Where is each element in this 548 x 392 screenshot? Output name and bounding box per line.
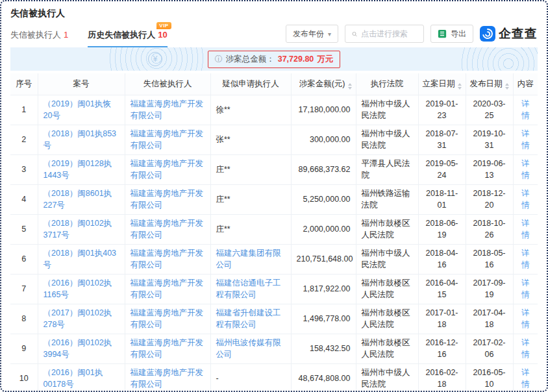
case-no-link[interactable]: （2016）闽0102执1165号	[44, 278, 112, 299]
cell-detail: 详情	[513, 214, 538, 244]
case-no-link[interactable]: （2016）闽01执00178号	[44, 368, 103, 389]
column-header-7[interactable]: 发布日期	[466, 73, 513, 95]
case-no-link[interactable]: （2018）闽01执403号	[44, 249, 117, 269]
column-header-2: 失信被执行人	[125, 73, 210, 95]
column-header-6[interactable]: 立案日期	[418, 73, 466, 95]
tab-count: 10	[158, 30, 167, 40]
column-header-label: 失信被执行人	[143, 79, 192, 88]
table-body: 1（2019）闽01执恢20号福建蓝海房地产开发有限公司徐**17,180,00…	[10, 95, 538, 392]
vip-badge: VIP	[156, 22, 171, 29]
detail-link[interactable]: 详情	[521, 368, 530, 389]
cell-amount: 210,751,648.00	[291, 244, 356, 274]
cell-court: 福州铁路运输法院	[356, 184, 418, 214]
column-header-label: 执行法院	[371, 79, 403, 88]
cell-court: 福州市中级人民法院	[356, 244, 418, 274]
applicant-link[interactable]: 福州电波传媒有限公司	[216, 338, 281, 359]
cell-filing-date: 2018-06-19	[418, 214, 466, 244]
detail-link[interactable]: 详情	[521, 308, 530, 329]
header-row: 序号案号失信被执行人疑似申请执行人涉案金额(元)执行法院立案日期发布日期内容	[10, 73, 538, 95]
detail-link[interactable]: 详情	[521, 278, 530, 299]
cell-debtor: 福建蓝海房地产开发有限公司	[125, 274, 210, 304]
cell-publish-date: 2018-12-20	[466, 184, 513, 214]
cell-debtor: 福建蓝海房地产开发有限公司	[125, 125, 210, 154]
debtor-link[interactable]: 福建蓝海房地产开发有限公司	[131, 159, 204, 180]
cell-debtor: 福建蓝海房地产开发有限公司	[125, 154, 210, 184]
cell-amount: 48,674,808.00	[291, 363, 356, 392]
cell-seq: 3	[10, 154, 38, 184]
cell-debtor: 福建蓝海房地产开发有限公司	[125, 334, 210, 363]
cell-amount: 89,668,373.62	[291, 154, 356, 184]
cell-debtor: 福建蓝海房地产开发有限公司	[125, 95, 210, 125]
tabs-row: 失信被执行人1 VIP 历史失信被执行人10 发布年份 ▾ 导出 企查查	[10, 25, 538, 47]
search-input[interactable]	[361, 29, 417, 38]
cell-seq: 2	[10, 125, 38, 154]
search-box[interactable]	[345, 25, 424, 43]
chevron-down-icon: ▾	[328, 31, 331, 38]
export-button[interactable]: 导出	[430, 25, 473, 43]
detail-link[interactable]: 详情	[521, 189, 530, 210]
case-no-link[interactable]: （2018）闽0102执3717号	[44, 219, 112, 239]
cell-publish-date: 2019-06-13	[466, 154, 513, 184]
cell-seq: 5	[10, 214, 38, 244]
detail-link[interactable]: 详情	[521, 129, 530, 150]
debtor-link[interactable]: 福建蓝海房地产开发有限公司	[131, 219, 204, 239]
cell-detail: 详情	[513, 274, 538, 304]
column-header-label: 立案日期	[423, 79, 455, 88]
debtor-link[interactable]: 福建蓝海房地产开发有限公司	[131, 308, 204, 329]
tab-history-dishonest[interactable]: VIP 历史失信被执行人10	[88, 29, 167, 47]
cell-filing-date: 2018-07-31	[418, 125, 466, 154]
cell-case-no: （2018）闽01执853号	[38, 125, 125, 154]
tabs: 失信被执行人1 VIP 历史失信被执行人10	[10, 29, 168, 47]
cell-detail: 详情	[513, 334, 538, 363]
dishonest-records-table: 序号案号失信被执行人疑似申请执行人涉案金额(元)执行法院立案日期发布日期内容 1…	[10, 73, 538, 392]
year-filter-label: 发布年份	[293, 29, 324, 40]
applicant-link[interactable]: 福建信诒通电子工程有限公司	[216, 278, 281, 299]
detail-link[interactable]: 详情	[521, 249, 530, 269]
detail-link[interactable]: 详情	[521, 219, 530, 239]
cell-detail: 详情	[513, 95, 538, 125]
cell-seq: 6	[10, 244, 38, 274]
debtor-link[interactable]: 福建蓝海房地产开发有限公司	[131, 368, 204, 389]
column-header-0: 序号	[10, 73, 38, 95]
cell-filing-date: 2016-02-18	[418, 363, 466, 392]
tab-current-dishonest[interactable]: 失信被执行人1	[10, 29, 68, 47]
applicant-link[interactable]: 福建六建集团有限公司	[216, 249, 281, 269]
cell-court: 福州市鼓楼区人民法院	[356, 214, 418, 244]
cell-amount: 2,000,000.00	[291, 214, 356, 244]
cell-publish-date: 2017-02-06	[466, 334, 513, 363]
case-no-link[interactable]: （2018）闽8601执227号	[44, 189, 112, 210]
column-header-5: 执行法院	[356, 73, 418, 95]
case-no-link[interactable]: （2019）闽01执恢20号	[44, 99, 111, 120]
cell-case-no: （2016）闽0102执1165号	[38, 274, 125, 304]
year-filter-dropdown[interactable]: 发布年份 ▾	[286, 25, 338, 43]
debtor-link[interactable]: 福建蓝海房地产开发有限公司	[131, 249, 204, 269]
column-header-4[interactable]: 涉案金额(元)	[291, 73, 356, 95]
cell-case-no: （2019）闽0128执1443号	[38, 154, 125, 184]
cell-filing-date: 2016-04-15	[418, 274, 466, 304]
case-no-link[interactable]: （2016）闽0102执3994号	[44, 338, 112, 359]
detail-link[interactable]: 详情	[521, 338, 530, 359]
detail-link[interactable]: 详情	[521, 99, 530, 120]
cell-filing-date: 2019-01-23	[418, 95, 466, 125]
case-no-link[interactable]: （2019）闽0128执1443号	[44, 159, 112, 180]
debtor-link[interactable]: 福建蓝海房地产开发有限公司	[131, 99, 204, 120]
case-no-link[interactable]: （2018）闽01执853号	[44, 129, 117, 150]
cell-applicant: 庄**	[210, 184, 291, 214]
page-title: 失信被执行人	[10, 8, 538, 19]
toolbar: 发布年份 ▾ 导出 企查查	[286, 25, 538, 47]
detail-link[interactable]: 详情	[521, 159, 530, 180]
sort-icon	[505, 83, 509, 90]
cell-applicant: 福建省升创建设工程有限公司	[210, 304, 291, 334]
cell-seq: 10	[10, 363, 38, 392]
debtor-link[interactable]: 福建蓝海房地产开发有限公司	[131, 189, 204, 210]
cell-case-no: （2019）闽01执恢20号	[38, 95, 125, 125]
debtor-link[interactable]: 福建蓝海房地产开发有限公司	[131, 278, 204, 299]
page-header: 失信被执行人 失信被执行人1 VIP 历史失信被执行人10 发布年份 ▾ 导出	[1, 1, 547, 47]
applicant-link[interactable]: 福建省升创建设工程有限公司	[216, 308, 281, 329]
debtor-link[interactable]: 福建蓝海房地产开发有限公司	[131, 129, 204, 150]
case-no-link[interactable]: （2017）闽0102执278号	[44, 308, 112, 329]
debtor-link[interactable]: 福建蓝海房地产开发有限公司	[131, 338, 204, 359]
brand-logo[interactable]: 企查查	[480, 25, 538, 42]
column-header-3: 疑似申请执行人	[210, 73, 291, 95]
applicant-text: -	[216, 374, 219, 383]
